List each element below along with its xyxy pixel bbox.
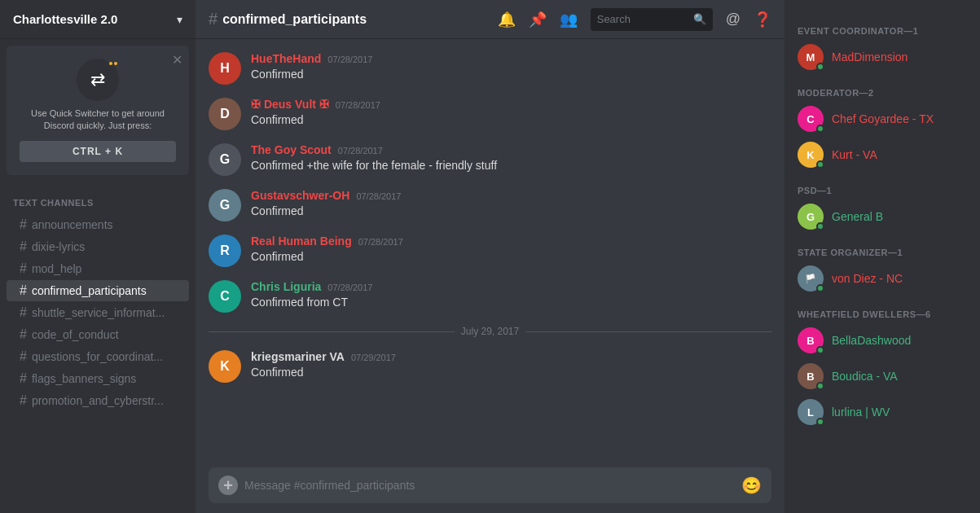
message-timestamp: 07/28/2017 [356,191,401,201]
message-content: ✠ Deus Vult ✠ 07/28/2017 Confirmed [251,98,771,129]
table-row: K kriegsmariner VA 07/29/2017 Confirmed [209,350,771,383]
date-divider: July 29, 2017 [209,326,771,337]
avatar: M [798,44,824,70]
message-timestamp: 07/29/2017 [351,353,396,362]
pin-icon[interactable]: 📌 [529,11,547,28]
hash-icon: # [20,239,27,254]
list-item[interactable]: M MadDimension [791,39,973,75]
sidebar-item-code-of-conduct[interactable]: # code_of_conduct [7,324,189,345]
avatar: G [209,143,241,176]
search-icon: 🔍 [693,13,706,25]
message-content: HueTheHand 07/28/2017 Confirmed [251,52,771,83]
quick-switcher-popup: ✕ ⇄ Use Quick Switcher to get around Dis… [7,46,189,175]
message-author: kriegsmariner VA [251,350,345,363]
text-channels-label: TEXT CHANNELS [0,195,196,211]
avatar: K [209,350,241,383]
message-text: Confirmed [251,365,771,381]
member-category-event-coordinator: EVENT COORDINATOR—1 [791,13,973,39]
message-author: Chris Liguria [251,280,321,293]
date-divider-text: July 29, 2017 [461,326,519,337]
list-item[interactable]: K Kurt - VA [791,137,973,173]
channel-name-questions: questions_for_coordinat... [32,350,163,363]
hash-icon: # [20,305,27,320]
sidebar-item-shuttle[interactable]: # shuttle_service_informat... [7,302,189,323]
list-item[interactable]: G General B [791,199,973,235]
member-name: von Diez - NC [832,272,903,285]
avatar: C [798,106,824,132]
member-name: Chef Goyardee - TX [832,112,934,125]
messages-area: H HueTheHand 07/28/2017 Confirmed D ✠ De… [196,39,784,458]
message-input[interactable] [244,479,735,492]
attach-button[interactable]: + [218,476,238,495]
channel-name-shuttle: shuttle_service_informat... [32,306,165,319]
chevron-down-icon: ▾ [177,13,182,26]
member-name: General B [832,210,883,223]
server-name: Charlottesville 2.0 [13,12,117,26]
member-name: MadDimension [832,50,907,64]
message-author: The Goy Scout [251,143,332,156]
avatar: C [209,280,241,313]
avatar: D [209,98,241,130]
hash-icon: # [20,327,27,342]
quick-switcher-icon: ⇄ [77,59,119,101]
members-sidebar: EVENT COORDINATOR—1 M MadDimension MODER… [784,0,980,513]
avatar: G [209,189,241,221]
search-input[interactable] [597,13,688,25]
avatar: R [209,235,241,267]
message-content: The Goy Scout 07/28/2017 Confirmed +the … [251,143,771,174]
table-row: C Chris Liguria 07/28/2017 Confirmed fro… [209,280,771,313]
server-header[interactable]: Charlottesville 2.0 ▾ [0,0,196,39]
hash-icon: # [20,217,27,232]
emoji-icon[interactable]: 😊 [741,476,762,495]
sidebar-item-flags[interactable]: # flags_banners_signs [7,368,189,389]
avatar: H [209,52,241,85]
online-status [816,418,824,426]
sidebar-item-promotion[interactable]: # promotion_and_cyberstr... [7,390,189,411]
channel-name-mod-help: mod_help [32,262,82,275]
channel-name-announcements: announcements [32,218,113,231]
sidebar-item-announcements[interactable]: # announcements [7,214,189,235]
channel-name-code-of-conduct: code_of_conduct [32,328,119,341]
list-item[interactable]: L lurlina | WV [791,394,973,430]
list-item[interactable]: B BellaDashwood [791,322,973,358]
sidebar-item-mod-help[interactable]: # mod_help [7,258,189,279]
channel-title: # confirmed_participants [209,10,367,28]
avatar: B [798,327,824,353]
member-name: Boudica - VA [832,370,898,383]
sidebar-item-questions[interactable]: # questions_for_coordinat... [7,346,189,367]
online-status [816,382,824,390]
search-bar[interactable]: 🔍 [591,8,713,31]
main-content: # confirmed_participants 🔔 📌 👥 🔍 @ ❓ H H… [196,0,784,513]
bell-icon[interactable]: 🔔 [498,11,516,28]
message-text: Confirmed [251,204,771,220]
online-status [816,346,824,354]
channels-section: TEXT CHANNELS # announcements # dixie-ly… [0,182,196,513]
sidebar: Charlottesville 2.0 ▾ ✕ ⇄ Use Quick Swit… [0,0,196,513]
member-name: BellaDashwood [832,334,911,347]
hash-icon: # [20,261,27,276]
message-text: Confirmed +the wife for the female - fri… [251,158,771,174]
message-input-box: + 😊 [209,467,771,503]
message-content: Real Human Being 07/28/2017 Confirmed [251,235,771,265]
message-timestamp: 07/28/2017 [358,237,403,247]
sidebar-item-confirmed-participants[interactable]: # confirmed_participants [7,280,189,301]
close-icon[interactable]: ✕ [172,52,182,68]
message-author: ✠ Deus Vult ✠ [251,98,329,111]
channel-name-dixie-lyrics: dixie-lyrics [32,240,85,253]
sidebar-item-dixie-lyrics[interactable]: # dixie-lyrics [7,236,189,257]
member-category-psd: PSD—1 [791,173,973,199]
online-status [816,222,824,230]
member-category-wheatfield: WHEATFIELD DWELLERS—6 [791,296,973,322]
help-icon[interactable]: ❓ [754,11,771,28]
message-content: Chris Liguria 07/28/2017 Confirmed from … [251,280,771,311]
list-item[interactable]: B Boudica - VA [791,358,973,394]
message-text: Confirmed [251,249,771,265]
table-row: H HueTheHand 07/28/2017 Confirmed [209,52,771,85]
list-item[interactable]: C Chef Goyardee - TX [791,101,973,137]
online-status [816,284,824,292]
message-author: Real Human Being [251,235,352,248]
at-icon[interactable]: @ [726,11,740,28]
members-icon[interactable]: 👥 [560,11,578,28]
list-item[interactable]: 🏳️ von Diez - NC [791,261,973,296]
message-input-area: + 😊 [196,458,784,513]
